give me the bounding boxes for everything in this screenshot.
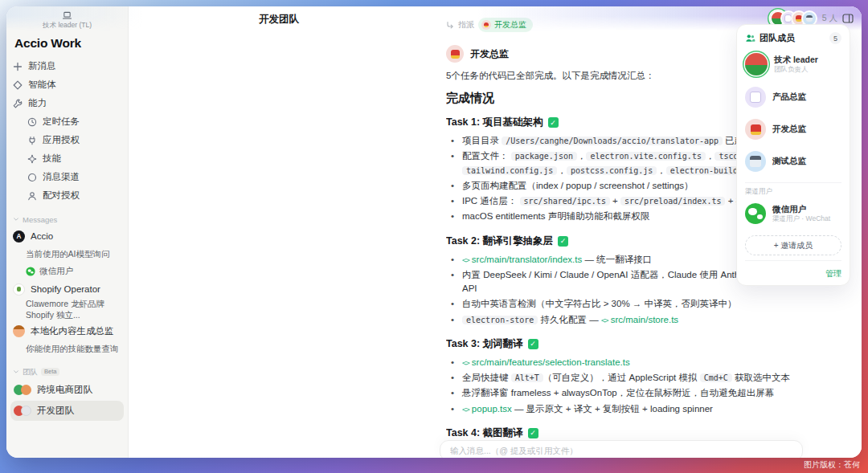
member-info: 开发总监 — [772, 124, 806, 134]
accio-avatar: A — [13, 230, 25, 243]
sidebar-team-item[interactable]: 开发团队 — [10, 401, 124, 421]
sidebar-item-clock[interactable]: 定时任务 — [6, 112, 128, 131]
task-heading-text: Task 4: 截图翻译 — [446, 426, 523, 440]
app-window: 技术 leader (TL) Accio Work 新消息智能体能力定时任务应用… — [6, 6, 862, 458]
bullet-icon: • — [449, 210, 456, 223]
laptop-icon — [62, 11, 72, 20]
conversation-list: AAccio当前使用的AI模型询问微信用户Shopify OperatorCla… — [6, 226, 128, 357]
messages-section-header[interactable]: Messages — [6, 212, 128, 226]
sidebar-item-plus[interactable]: 新消息 — [6, 57, 128, 75]
sidebar-item-circle[interactable]: 消息渠道 — [6, 168, 128, 186]
bullet-item: •全局快捷键 Alt+T（可自定义），通过 AppleScript 模拟 Cmd… — [446, 370, 812, 385]
sidebar-menu: 新消息智能体能力定时任务应用授权技能消息渠道配对授权 — [6, 57, 128, 205]
wechat-avatar — [745, 203, 766, 224]
conversation-title: Accio — [31, 231, 53, 241]
person-icon — [27, 191, 37, 201]
sidebar-item-sparkle[interactable]: 技能 — [6, 149, 128, 168]
plug-icon — [27, 136, 37, 145]
bullet-icon: • — [449, 386, 456, 400]
member-row[interactable]: 开发总监 — [745, 113, 841, 145]
wrench-icon — [13, 99, 23, 108]
task-heading-text: Task 3: 划词翻译 — [446, 337, 523, 351]
bullet-icon: • — [449, 297, 456, 311]
bullet-icon: • — [449, 313, 456, 327]
dev-avatar — [446, 45, 464, 63]
conversation-title: Shopify Operator — [31, 284, 100, 294]
member-info: 测试总监 — [772, 156, 806, 166]
desktop-background: 技术 leader (TL) Accio Work 新消息智能体能力定时任务应用… — [0, 0, 868, 473]
panel-toggle-icon[interactable] — [842, 13, 854, 24]
member-role: 团队负责人 — [774, 65, 818, 74]
team-label: 跨境电商团队 — [37, 384, 92, 396]
bullet-item: •<>popup.tsx — 显示原文 + 译文 + 复制按钮 + loadin… — [446, 402, 812, 417]
page-title: 开发团队 — [259, 13, 299, 27]
member-name: 产品总监 — [772, 92, 806, 102]
channel-user-sub: 渠道用户 · WeChat — [772, 214, 830, 223]
inline-code: postcss.config.js — [567, 166, 657, 175]
teams-section-header[interactable]: 团队 Beta — [6, 365, 128, 379]
assign-target-chip[interactable]: 开发总监 — [478, 18, 533, 32]
sidebar-team-item[interactable]: 跨境电商团队 — [10, 380, 124, 400]
channel-users-label: 渠道用户 — [745, 187, 841, 197]
member-row[interactable]: 技术 leader团队负责人 — [745, 47, 841, 81]
dev-avatar — [745, 119, 766, 140]
file-link[interactable]: <>src/main/translator/index.ts — [462, 255, 582, 264]
bullet-icon: • — [449, 149, 456, 177]
channel-user[interactable]: 微信用户渠道用户 · WeChat — [745, 198, 841, 230]
conversation-item[interactable]: Shopify Operator — [6, 279, 128, 299]
member-info: 技术 leader团队负责人 — [774, 55, 818, 74]
conversation-subitem[interactable]: 你能使用的技能数量查询 — [6, 340, 128, 357]
manage-link[interactable]: 管理 — [825, 269, 841, 278]
sparkle-icon — [27, 154, 37, 164]
team-orange-avatar — [21, 385, 31, 395]
conversation-subitem-label: 微信用户 — [39, 266, 73, 277]
sidebar-item-label: 新消息 — [28, 60, 56, 72]
test-avatar — [745, 151, 766, 172]
sidebar-item-label: 定时任务 — [43, 116, 80, 128]
sidebar-item-plug[interactable]: 应用授权 — [6, 131, 128, 149]
team-members-panel: 团队成员 5 技术 leader团队负责人产品总监开发总监测试总监 渠道用户 微… — [736, 24, 850, 286]
leader-avatar — [745, 53, 768, 75]
file-link[interactable]: <>src/main/store.ts — [601, 315, 678, 324]
plus-icon — [13, 62, 23, 71]
sidebar-item-label: 能力 — [28, 97, 47, 109]
bullet-icon: • — [449, 402, 456, 416]
invite-member-button[interactable]: + 邀请成员 — [745, 235, 841, 255]
message-input[interactable] — [440, 440, 803, 458]
conversation-subitem-label: 当前使用的AI模型询问 — [26, 249, 109, 260]
channel-user-row: 微信用户渠道用户 · WeChat — [745, 198, 841, 230]
sidebar-item-label: 消息渠道 — [43, 171, 80, 183]
member-row[interactable]: 测试总监 — [745, 145, 841, 177]
conversation-subitem[interactable]: Clawemore 龙虾品牌 Shopify 独立... — [6, 299, 128, 321]
conversation-subitem-label: 你能使用的技能数量查询 — [26, 344, 119, 355]
file-link[interactable]: <>popup.tsx — [462, 404, 512, 414]
member-name: 开发总监 — [772, 124, 806, 134]
sidebar-item-wrench[interactable]: 能力 — [6, 94, 128, 112]
member-list: 技术 leader团队负责人产品总监开发总监测试总监 — [745, 47, 841, 177]
chevron-down-icon — [13, 369, 19, 375]
file-link[interactable]: <>src/main/features/selection-translate.… — [462, 357, 630, 367]
conversation-subitem[interactable]: 当前使用的AI模型询问 — [6, 246, 128, 263]
bullet-icon: • — [449, 253, 456, 267]
sidebar-item-person[interactable]: 配对授权 — [6, 186, 128, 205]
member-row[interactable]: 产品总监 — [745, 81, 841, 113]
messages-section-label: Messages — [23, 215, 57, 224]
inline-code: Alt+T — [511, 373, 543, 382]
inline-code: electron.vite.config.ts — [586, 152, 705, 161]
check-icon: ✓ — [548, 117, 559, 128]
divider — [745, 182, 841, 183]
team-avatars — [14, 406, 31, 416]
sidebar-item-diamond[interactable]: 智能体 — [6, 75, 128, 94]
diamond-icon — [13, 80, 23, 90]
conversation-title: 本地化内容生成总监 — [31, 325, 114, 337]
conversation-item[interactable]: AAccio — [6, 226, 128, 246]
bullet-icon: • — [449, 194, 456, 208]
conversation-item[interactable]: 本地化内容生成总监 — [6, 321, 128, 340]
task-heading: Task 4: 截图翻译✓ — [446, 426, 812, 440]
assign-label: 指派 — [458, 19, 474, 31]
team-label: 开发团队 — [37, 405, 74, 417]
sidebar-item-label: 应用授权 — [43, 134, 80, 146]
conversation-subitem[interactable]: 微信用户 — [6, 263, 128, 279]
team-gray-avatar — [21, 406, 31, 416]
check-icon: ✓ — [528, 339, 538, 349]
